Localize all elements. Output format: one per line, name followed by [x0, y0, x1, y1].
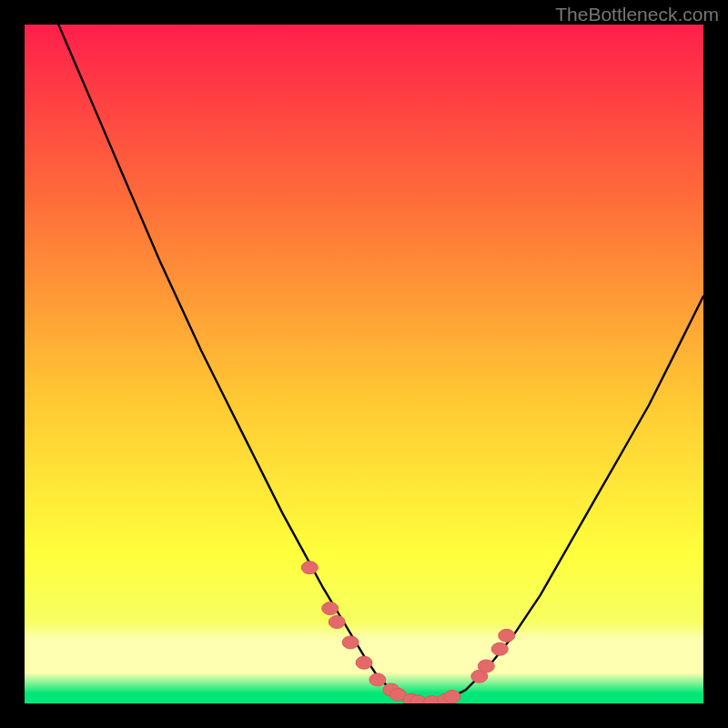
marker-point [369, 673, 386, 686]
watermark-text: TheBottleneck.com [555, 4, 719, 25]
marker-point [342, 636, 359, 649]
marker-point [444, 691, 460, 703]
marker-point [322, 602, 339, 615]
chart-background [25, 25, 703, 703]
marker-point [491, 642, 508, 655]
marker-point [499, 629, 515, 642]
marker-point [356, 656, 372, 669]
chart-svg [25, 25, 703, 703]
chart-frame [25, 25, 703, 703]
marker-point [329, 616, 345, 629]
marker-point [478, 660, 494, 672]
marker-point [301, 561, 318, 574]
